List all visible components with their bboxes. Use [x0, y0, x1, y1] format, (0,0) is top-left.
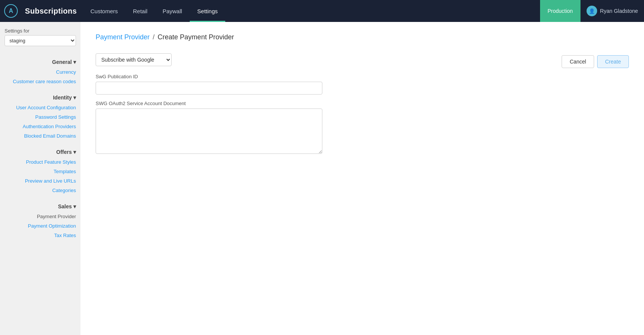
swg-oauth2-textarea[interactable]	[96, 109, 322, 154]
logo-letter: A	[9, 8, 13, 14]
nav-customers[interactable]: Customers	[83, 0, 125, 22]
production-button[interactable]: Production	[540, 0, 581, 22]
general-chevron-icon: ▾	[73, 59, 76, 65]
sidebar-item-blocked-email[interactable]: Blocked Email Domains	[0, 131, 80, 141]
app-logo[interactable]: A	[0, 0, 22, 22]
sidebar-section-offers-title[interactable]: Offers ▾	[0, 147, 80, 157]
sidebar-item-templates[interactable]: Templates	[0, 167, 80, 176]
sidebar-section-general: General ▾ Currency Customer care reason …	[0, 57, 80, 86]
user-area[interactable]: 👤 Ryan Gladstone	[581, 0, 644, 22]
sidebar-item-payment-provider[interactable]: Payment Provider	[0, 212, 80, 221]
sidebar-item-preview-urls[interactable]: Preview and Live URLs	[0, 176, 80, 186]
sidebar-item-password-settings[interactable]: Password Settings	[0, 112, 80, 122]
swg-publication-id-label: SwG Publication ID	[96, 74, 629, 79]
swg-publication-id-input[interactable]	[96, 82, 322, 95]
sidebar: Settings for staging production General …	[0, 22, 80, 335]
sidebar-section-general-title[interactable]: General ▾	[0, 57, 80, 67]
logo-circle: A	[4, 4, 18, 18]
swg-publication-id-group: SwG Publication ID	[96, 74, 629, 95]
breadcrumb-parent[interactable]: Payment Provider	[96, 33, 150, 41]
breadcrumb-separator: /	[153, 33, 155, 41]
provider-select[interactable]: Subscribe with Google Stripe Braintree	[96, 53, 172, 66]
swg-oauth2-label: SWG OAuth2 Service Account Document	[96, 101, 629, 106]
sidebar-item-categories[interactable]: Categories	[0, 186, 80, 195]
top-navigation: A Subscriptions Customers Retail Paywall…	[0, 0, 644, 22]
breadcrumb: Payment Provider / Create Payment Provid…	[96, 33, 629, 41]
sidebar-section-identity: Identity ▾ User Account Configuration Pa…	[0, 92, 80, 141]
sidebar-item-product-styles[interactable]: Product Feature Styles	[0, 157, 80, 167]
header-actions: Cancel Create	[562, 55, 629, 68]
sidebar-section-sales-title[interactable]: Sales ▾	[0, 201, 80, 212]
sales-chevron-icon: ▾	[73, 203, 76, 209]
breadcrumb-current: Create Payment Provider	[158, 33, 234, 41]
settings-for-label: Settings for	[5, 28, 29, 34]
app-brand: Subscriptions	[22, 7, 83, 16]
main-content: Payment Provider / Create Payment Provid…	[80, 22, 644, 335]
sidebar-item-payment-optimization[interactable]: Payment Optimization	[0, 221, 80, 231]
create-button[interactable]: Create	[597, 55, 629, 68]
main-layout: Settings for staging production General …	[0, 0, 644, 335]
sidebar-item-auth-providers[interactable]: Authentication Providers	[0, 122, 80, 131]
sidebar-section-offers: Offers ▾ Product Feature Styles Template…	[0, 147, 80, 195]
sidebar-item-tax-rates[interactable]: Tax Rates	[0, 231, 80, 240]
nav-right: Production 👤 Ryan Gladstone	[540, 0, 644, 22]
form-area: Subscribe with Google Stripe Braintree S…	[96, 50, 629, 155]
nav-links: Customers Retail Paywall Settings	[83, 0, 540, 22]
swg-oauth2-group: SWG OAuth2 Service Account Document	[96, 101, 629, 155]
nav-paywall[interactable]: Paywall	[155, 0, 190, 22]
nav-settings[interactable]: Settings	[190, 0, 225, 22]
environment-select[interactable]: staging production	[5, 35, 76, 46]
sidebar-item-user-account[interactable]: User Account Configuration	[0, 103, 80, 112]
cancel-button[interactable]: Cancel	[562, 55, 594, 68]
user-name: Ryan Gladstone	[600, 8, 638, 14]
sidebar-section-sales: Sales ▾ Payment Provider Payment Optimiz…	[0, 201, 80, 240]
offers-chevron-icon: ▾	[73, 149, 76, 155]
user-icon: 👤	[587, 6, 597, 16]
nav-retail[interactable]: Retail	[125, 0, 155, 22]
settings-for-section: Settings for staging production	[0, 22, 80, 51]
identity-chevron-icon: ▾	[73, 95, 76, 101]
sidebar-item-customer-care[interactable]: Customer care reason codes	[0, 77, 80, 86]
sidebar-section-identity-title[interactable]: Identity ▾	[0, 92, 80, 103]
sidebar-item-currency[interactable]: Currency	[0, 67, 80, 77]
